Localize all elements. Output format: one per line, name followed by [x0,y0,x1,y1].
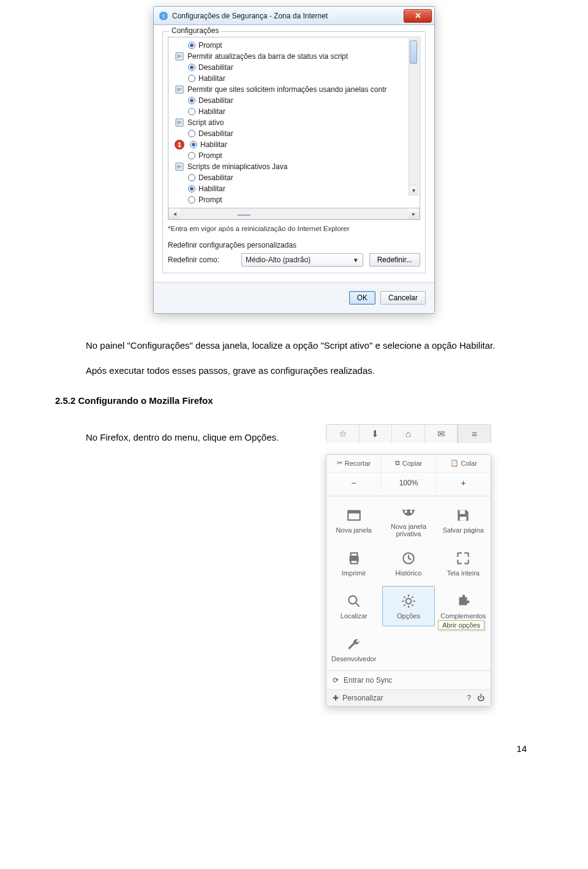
category-row: Scripts de miniaplicativos Java [172,161,420,172]
radio-option[interactable]: Desabilitar [172,95,420,106]
radio-option[interactable]: 1Habilitar [172,139,420,150]
scissors-icon: ✂ [337,459,342,467]
radio-icon [188,97,195,104]
radio-option[interactable]: Desabilitar [172,128,420,139]
restart-note: *Entra em vigor após a reinicialização d… [168,225,420,232]
edit-strip: ✂Recortar ⧉Copiar 📋Colar [326,455,491,472]
settings-groupbox: Configurações ▾ Prompt Permitir atualiza… [162,31,426,273]
radio-icon [188,42,195,49]
page-number: 14 [24,743,527,754]
scroll-left-icon[interactable]: ◂ [169,208,180,219]
radio-icon [188,152,195,159]
menu-item-private-window[interactable]: Nova janela privativa [381,499,435,542]
menu-item-new-window[interactable]: Nova janela [326,499,381,542]
help-icon[interactable]: ? [467,694,471,702]
radio-option[interactable]: Desabilitar [172,172,420,183]
copy-button[interactable]: ⧉Copiar [381,455,437,472]
radio-icon [188,108,195,115]
vertical-scrollbar[interactable]: ▾ [409,39,418,195]
svg-point-15 [349,596,356,604]
home-icon[interactable]: ⌂ [392,425,425,443]
customize-button[interactable]: ✚Personalizar [333,694,383,702]
zoom-in-button[interactable]: + [436,472,491,493]
radio-option[interactable]: Habilitar [172,106,420,117]
bookmark-icon[interactable]: ☆ [326,425,360,443]
wrench-icon [345,636,363,653]
close-button[interactable]: ✕ [404,9,432,23]
script-icon [175,118,184,127]
radio-option[interactable]: Prompt [172,194,420,205]
menu-item-save-page[interactable]: Salvar página [436,499,491,542]
reset-button[interactable]: Redefinir... [369,253,420,267]
radio-option[interactable]: Desabilitar [172,62,420,73]
cut-button[interactable]: ✂Recortar [326,455,381,472]
sync-row[interactable]: ⟳ Entrar no Sync [326,670,491,689]
svg-point-7 [404,510,407,512]
dialog-titlebar[interactable]: Configurações de Segurança - Zona da Int… [154,7,434,25]
script-icon [175,51,184,61]
plus-icon: ✚ [333,694,339,702]
svg-rect-9 [460,510,466,514]
scrollbar-thumb[interactable] [237,214,251,216]
power-icon[interactable]: ⏻ [477,694,484,702]
radio-icon [188,64,195,71]
scroll-right-icon[interactable]: ▸ [408,208,419,219]
firefox-menu-panel: ☆ ⬇ ⌂ ✉ ≡ ✂Recortar ⧉Copiar 📋Colar − 100… [326,424,528,707]
menu-item-history[interactable]: Histórico [381,542,435,585]
svg-point-16 [406,598,412,604]
radio-icon [188,75,195,82]
menu-grid: Nova janela Nova janela privativa Salvar… [326,499,491,670]
dialog-actions: OK Cancelar [154,282,434,313]
ok-button[interactable]: OK [349,291,375,305]
reset-level-dropdown[interactable]: Médio-Alto (padrão) ▼ [241,253,363,267]
paragraph: No painel "Configurações" dessa janela, … [55,338,527,352]
sync-icon: ⟳ [333,676,339,685]
menu-item-options[interactable]: Opções [382,586,434,626]
radio-option[interactable]: Prompt [172,150,420,161]
svg-rect-12 [350,553,357,556]
radio-icon [188,185,195,192]
svg-rect-13 [350,560,357,563]
svg-point-8 [410,510,412,512]
cancel-button[interactable]: Cancelar [380,291,426,305]
radio-icon [188,196,195,203]
horizontal-scrollbar[interactable]: ◂ ▸ [168,208,420,219]
settings-listbox[interactable]: ▾ Prompt Permitir atualizações da barra … [168,37,420,208]
menu-item-fullscreen[interactable]: Tela inteira [436,542,491,585]
download-icon[interactable]: ⬇ [360,425,393,443]
radio-icon [188,174,195,181]
radio-option[interactable]: Habilitar [172,183,420,194]
menu-item-developer[interactable]: Desenvolvedor [326,628,381,670]
section-heading: 2.5.2 Configurando o Mozilla Firefox [55,395,527,406]
gear-icon [400,593,417,610]
chevron-down-icon: ▼ [353,257,359,264]
clipboard-icon: 📋 [450,459,459,467]
radio-option[interactable]: Habilitar [172,73,420,84]
zoom-row: − 100% + [326,472,491,493]
radio-icon [190,141,197,148]
zoom-value[interactable]: 100% [381,472,437,493]
script-icon [175,85,184,94]
reset-label: Redefinir como: [168,256,235,264]
hamburger-icon[interactable]: ≡ [458,425,491,443]
history-icon [400,550,417,567]
paragraph: No Firefox, dentro do menu, clique em Op… [55,430,321,444]
dropdown-value: Médio-Alto (padrão) [246,256,311,264]
paste-button[interactable]: 📋Colar [436,455,491,472]
scrollbar-thumb[interactable] [410,40,417,64]
scrollbar-down-icon[interactable]: ▾ [410,185,417,194]
dialog-title: Configurações de Segurança - Zona da Int… [172,12,328,20]
close-icon: ✕ [415,12,421,20]
radio-option[interactable]: Prompt [172,40,420,51]
reset-section-title: Redefinir configurações personalizadas [168,241,420,249]
globe-icon [159,11,168,21]
menu-item-print[interactable]: Imprimir [326,542,381,585]
menu-item-find[interactable]: Localizar [326,585,381,628]
category-row: Script ativo [172,117,420,128]
zoom-out-button[interactable]: − [326,472,381,493]
chat-icon[interactable]: ✉ [425,425,458,443]
paragraph: Após executar todos esses passos, grave … [55,363,527,378]
print-icon [345,550,363,567]
ie-security-dialog: Configurações de Segurança - Zona da Int… [153,6,435,314]
mask-icon [400,503,417,520]
